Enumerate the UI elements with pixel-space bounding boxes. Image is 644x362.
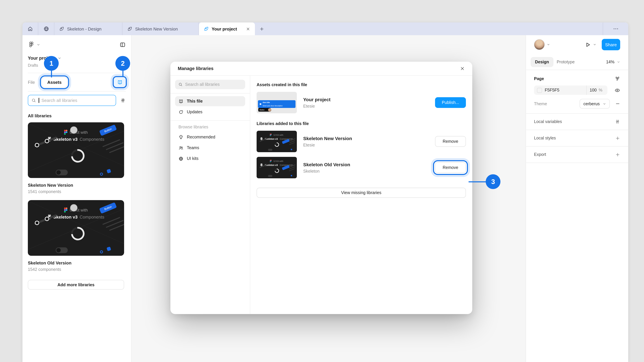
remove-theme-icon[interactable] xyxy=(615,101,620,106)
tab-your-project-active[interactable]: Your project xyxy=(199,22,255,35)
close-dialog-icon[interactable] xyxy=(460,66,465,71)
brand-muted: Components xyxy=(80,215,104,220)
toggle-sidebar-icon[interactable] xyxy=(120,41,126,48)
filter-sliders-icon[interactable] xyxy=(120,97,126,103)
library-name: Skeleton Old Version xyxy=(28,260,126,266)
nav-item-this-file[interactable]: This file xyxy=(175,96,245,106)
browse-libraries-heading: Browse libraries xyxy=(178,125,245,129)
drafts-label: Drafts xyxy=(28,63,126,67)
brand-strong: Skeleton v3 xyxy=(53,137,78,142)
right-panel: Share Design Prototype 14% Page xyxy=(526,35,628,362)
close-tab-icon[interactable] xyxy=(246,27,250,31)
deco-toggle xyxy=(56,247,68,253)
library-card-skeleton-new[interactable]: UI Kit with Skeleton v3 Components Butto… xyxy=(28,122,126,194)
assets-search-input[interactable] xyxy=(42,98,113,103)
refresh-icon xyxy=(178,109,184,114)
theme-dropdown[interactable]: cerberus xyxy=(580,99,610,109)
all-libraries-heading: All libraries xyxy=(28,113,126,118)
open-libraries-button[interactable] xyxy=(114,77,126,87)
nav-item-updates[interactable]: Updates xyxy=(175,107,245,117)
row-title: Skeleton New Version xyxy=(303,136,429,141)
add-more-libraries-button[interactable]: Add more libraries xyxy=(28,280,124,290)
thumb-alert-title: Alert title xyxy=(263,102,278,103)
present-play-icon[interactable] xyxy=(585,41,591,48)
add-export-icon[interactable] xyxy=(615,152,620,157)
deco-accordion-lines xyxy=(101,139,124,159)
view-missing-libraries-button[interactable]: View missing libraries xyxy=(256,188,466,198)
brand-prefix: UI Kit with xyxy=(274,160,284,162)
remove-button-skeleton-new[interactable]: Remove xyxy=(435,136,466,147)
row-title: Skeleton Old Version xyxy=(303,162,429,167)
chevron-down-icon[interactable] xyxy=(58,56,61,60)
assets-search-field[interactable] xyxy=(28,95,116,106)
percent-sign: % xyxy=(599,88,602,92)
deco-spinner xyxy=(274,168,280,174)
add-style-icon[interactable] xyxy=(615,136,620,141)
library-thumbnail: UI Kit with Skeleton v3 Components xyxy=(256,157,297,178)
nav-item-recommended[interactable]: Recommended xyxy=(175,132,245,142)
row-subtitle: Etesie xyxy=(303,143,429,147)
figma-logo-menu[interactable] xyxy=(28,41,34,48)
tab-prototype[interactable]: Prototype xyxy=(556,59,574,64)
variables-sliders-icon[interactable] xyxy=(615,119,620,124)
dialog-title: Manage libraries xyxy=(178,66,214,71)
window-menu-button[interactable] xyxy=(603,22,628,35)
callout-stem-1 xyxy=(51,70,52,77)
tab-skeleton-design[interactable]: Skeleton - Design xyxy=(54,22,122,35)
callout-badge-3: 3 xyxy=(486,174,500,189)
nav-item-ui-kits[interactable]: UI kits xyxy=(175,153,245,164)
ellipsis-icon xyxy=(613,26,619,32)
book-icon xyxy=(117,79,122,85)
row-title: Your project xyxy=(303,97,429,102)
library-card-skeleton-old[interactable]: UI Kit with Skeleton v3 Components Butto… xyxy=(28,200,126,272)
tab-file[interactable]: File xyxy=(28,80,35,85)
local-variables-label: Local variables xyxy=(534,119,562,124)
color-hex-value[interactable]: F5F5F5 xyxy=(545,88,560,92)
thumb-alert-banner: Alert title Short and clear description xyxy=(258,100,296,108)
styles-icon[interactable] xyxy=(614,76,620,82)
figma-color-logo xyxy=(64,130,68,135)
dialog-content: Assets created in this file Alert title … xyxy=(250,76,472,314)
deco-toggle xyxy=(268,175,272,177)
library-row-skeleton-new: UI Kit with Skeleton v3 Components xyxy=(256,131,466,152)
chevron-down-icon xyxy=(617,60,620,63)
chevron-down-icon[interactable] xyxy=(593,43,596,46)
export-label: Export xyxy=(534,152,546,157)
publish-button[interactable]: Publish... xyxy=(435,97,466,108)
screen: Skeleton - Design Skeleton New Version Y… xyxy=(0,0,644,362)
eye-icon[interactable] xyxy=(614,87,620,93)
new-tab-button[interactable] xyxy=(255,22,268,35)
nav-item-teams[interactable]: Teams xyxy=(175,143,245,153)
row-subtitle: Etesie xyxy=(303,104,429,108)
tab-label: Skeleton New Version xyxy=(135,26,178,31)
color-swatch[interactable] xyxy=(537,88,542,93)
deco-checkbox xyxy=(106,247,111,251)
dialog-search-input[interactable] xyxy=(185,82,242,87)
figma-file-icon xyxy=(127,26,132,31)
dialog-search-field[interactable] xyxy=(175,80,245,89)
home-button[interactable] xyxy=(22,22,38,35)
text-caret xyxy=(38,98,39,103)
deco-toggle xyxy=(268,149,272,151)
tab-design[interactable]: Design xyxy=(531,57,553,67)
remove-button-skeleton-old[interactable]: Remove xyxy=(435,162,466,173)
opacity-value[interactable]: 100 xyxy=(590,88,597,92)
user-avatar[interactable] xyxy=(534,39,545,50)
local-styles-label: Local styles xyxy=(534,136,556,140)
row-subtitle: Skeleton xyxy=(303,169,429,173)
callout-badge-2: 2 xyxy=(116,56,130,71)
library-thumbnail: UI Kit with Skeleton v3 Components xyxy=(256,131,297,152)
brand-strong: Skeleton v3 xyxy=(53,215,78,220)
share-button[interactable]: Share xyxy=(602,39,620,50)
tab-skeleton-new-version[interactable]: Skeleton New Version xyxy=(122,22,199,35)
assets-created-heading: Assets created in this file xyxy=(256,82,466,87)
community-button[interactable] xyxy=(38,22,54,35)
page-color-control[interactable]: F5F5F5 100 % xyxy=(534,85,608,95)
nav-label: This file xyxy=(187,99,202,104)
tab-assets[interactable]: Assets xyxy=(42,77,67,87)
library-component-count: 1542 components xyxy=(28,267,126,272)
zoom-control[interactable]: 14% xyxy=(606,59,620,64)
chevron-down-icon[interactable] xyxy=(547,43,550,46)
chevron-down-icon[interactable] xyxy=(36,43,40,46)
library-thumbnail: UI Kit with Skeleton v3 Components Butto… xyxy=(28,122,124,178)
